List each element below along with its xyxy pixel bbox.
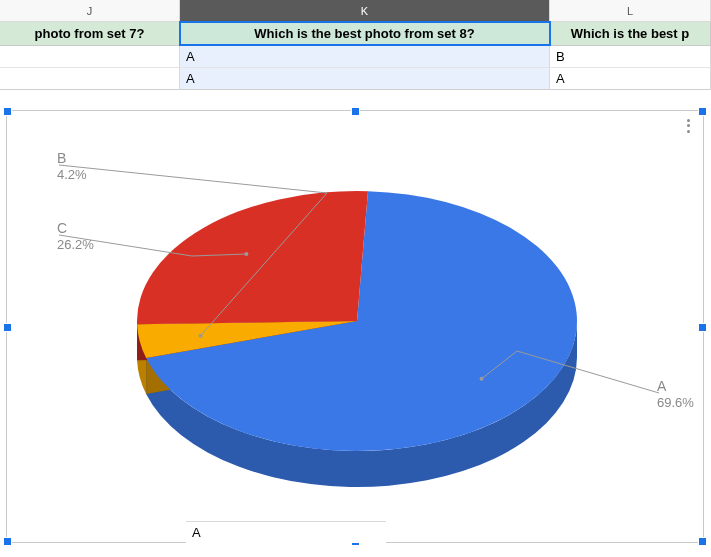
column-header-j[interactable]: J	[0, 0, 180, 21]
cell[interactable]: A	[180, 46, 550, 68]
column-header-row: J K L	[0, 0, 711, 22]
cell[interactable]	[0, 46, 180, 68]
pie-chart-embed[interactable]: A69.6%B4.2%C26.2% A	[6, 110, 704, 543]
resize-handle[interactable]	[698, 537, 707, 546]
spreadsheet: J K L photo from set 7? Which is the bes…	[0, 0, 711, 557]
resize-handle[interactable]	[3, 323, 12, 332]
svg-text:4.2%: 4.2%	[57, 167, 87, 182]
svg-text:69.6%: 69.6%	[657, 395, 694, 410]
table-row: A A	[0, 68, 711, 90]
header-cell-k[interactable]: Which is the best photo from set 8?	[180, 22, 550, 45]
header-cell-j[interactable]: photo from set 7?	[0, 22, 180, 45]
pie-label-a: A69.6%	[657, 378, 694, 410]
header-row: photo from set 7? Which is the best phot…	[0, 22, 711, 46]
svg-text:B: B	[57, 150, 66, 166]
svg-text:26.2%: 26.2%	[57, 237, 94, 252]
header-cell-l[interactable]: Which is the best p	[550, 22, 711, 45]
cell[interactable]: B	[550, 46, 711, 68]
resize-handle[interactable]	[3, 537, 12, 546]
cell-peek: A	[186, 521, 386, 543]
table-row: A B	[0, 46, 711, 68]
svg-text:C: C	[57, 220, 67, 236]
chart-menu-button[interactable]	[681, 115, 695, 137]
cell[interactable]	[0, 68, 180, 90]
resize-handle[interactable]	[351, 107, 360, 116]
resize-handle[interactable]	[3, 107, 12, 116]
resize-handle[interactable]	[698, 323, 707, 332]
column-header-k[interactable]: K	[180, 0, 550, 21]
svg-text:A: A	[657, 378, 667, 394]
cell[interactable]: A	[180, 68, 550, 90]
pie-slice-c[interactable]	[137, 191, 368, 324]
cell[interactable]: A	[550, 68, 711, 90]
resize-handle[interactable]	[698, 107, 707, 116]
pie-chart: A69.6%B4.2%C26.2%	[7, 111, 705, 544]
column-header-l[interactable]: L	[550, 0, 711, 21]
